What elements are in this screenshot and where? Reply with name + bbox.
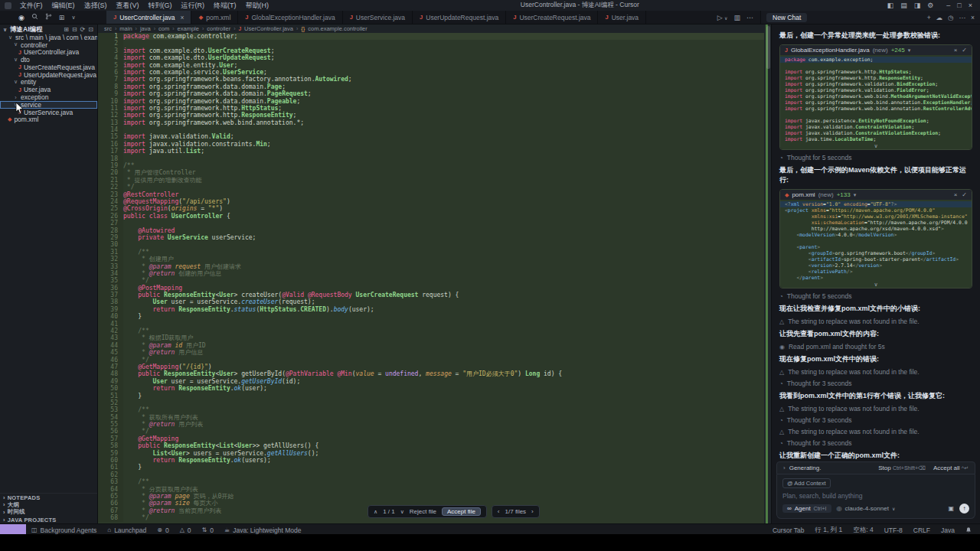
reject-file-button[interactable]: Reject file (410, 508, 436, 515)
code-line[interactable]: 44 * @param id 用户ID (98, 342, 771, 349)
menu-item[interactable]: 选择(S) (80, 1, 111, 11)
code-line[interactable]: 56 */ (98, 428, 771, 435)
editor-tab[interactable]: JUserService.java (343, 11, 413, 24)
breadcrumb-item[interactable]: main (119, 25, 132, 32)
close-tab-icon[interactable]: × (180, 14, 184, 21)
breadcrumb[interactable]: src›main›java›com›example›controller›JUs… (98, 24, 771, 33)
reject-block-icon[interactable]: × (954, 191, 958, 198)
code-line[interactable]: 48 public ResponseEntity<User> getUserBy… (98, 370, 771, 377)
code-line[interactable]: 34 * @return 创建的用户信息 (98, 270, 771, 277)
code-line[interactable]: 50 return ResponseEntity.ok(user); (98, 385, 771, 392)
status-crlf[interactable]: CRLF (908, 527, 936, 534)
status--1-1[interactable]: 行 1, 列 1 (809, 526, 848, 535)
toggle-panel-left-icon[interactable]: ◧ (887, 2, 894, 9)
breadcrumb-item[interactable]: java (140, 25, 151, 32)
code-line[interactable]: 42 /** (98, 328, 771, 334)
scrollbar[interactable] (764, 24, 771, 523)
code-line[interactable]: 60 return ResponseEntity.ok(users); (98, 457, 771, 464)
breadcrumb-item[interactable]: com (158, 25, 169, 32)
editor-tab[interactable]: JUserUpdateRequest.java (413, 11, 506, 24)
code-line[interactable]: 12import org.springframework.http.Respon… (98, 112, 771, 119)
remote-indicator[interactable] (0, 524, 26, 534)
code-line[interactable]: 15import javax.validation.Valid; (98, 133, 771, 140)
code-line[interactable]: 5import com.example.entity.User; (98, 62, 771, 69)
prev-diff-icon[interactable]: ∧ (374, 509, 377, 515)
scrollbar-thumb[interactable] (766, 26, 770, 69)
cloud-icon[interactable]: ☁ (936, 14, 943, 21)
code-line[interactable]: 8import org.springframework.data.domain.… (98, 83, 771, 90)
breadcrumb-item[interactable]: src (104, 25, 112, 32)
code-line[interactable]: 39 return ResponseEntity.status(HttpStat… (98, 306, 771, 313)
toggle-panel-right-icon[interactable]: ◨ (914, 2, 921, 9)
next-file-icon[interactable]: › (531, 508, 534, 515)
model-selector[interactable]: ◎ claude-4-sonnet ∨ (837, 505, 896, 512)
chevron-down-icon[interactable]: ∨ (71, 15, 75, 21)
breadcrumb-item[interactable]: UserController.java (244, 25, 293, 32)
menu-item[interactable]: 查看(V) (113, 1, 143, 11)
expand-code-icon[interactable]: ∨ (780, 282, 972, 288)
code-line[interactable]: 1package com.example.controller; (98, 33, 771, 40)
tree-file-pom-xml[interactable]: ◆pom.xml (0, 116, 97, 124)
sidebar-section-java-projects[interactable]: ›JAVA PROJECTS (0, 516, 97, 523)
code-line[interactable]: 19/** (98, 162, 771, 169)
tree-folder-entity[interactable]: ∨entity (0, 79, 97, 86)
layout-grid-icon[interactable]: ⊞ (59, 14, 65, 21)
breadcrumb-symbol[interactable]: com.example.controller (308, 25, 368, 32)
status-launchpad[interactable]: ⌂Launchpad (102, 527, 152, 534)
code-line[interactable]: 65 * @param page 页码，从0开始 (98, 493, 771, 500)
code-line[interactable]: 51 } (98, 393, 771, 399)
editor-tab[interactable]: JGlobalExceptionHandler.java (238, 11, 342, 24)
split-editor-icon[interactable]: ▥ (733, 14, 740, 21)
code-line[interactable]: 17import java.util.List; (98, 148, 771, 155)
toggle-panel-bottom-icon[interactable]: ▤ (900, 2, 907, 9)
tree-file-userupdaterequest-java[interactable]: JUserUpdateRequest.java (0, 71, 97, 79)
code-block-body[interactable]: package com.example.exception; import or… (780, 55, 972, 143)
status-cursor-tab[interactable]: Cursor Tab (767, 527, 809, 534)
code-block-header[interactable]: ◆pom.xml(new)+133▾×✓ (780, 190, 972, 200)
code-line[interactable]: 2 (98, 40, 771, 47)
tree-folder-exception[interactable]: ›exception (0, 93, 97, 101)
code-line[interactable]: 58 public ResponseEntity<List<User>> get… (98, 442, 771, 449)
sidebar-section--[interactable]: ›时间线 (0, 509, 97, 517)
status--4[interactable]: 空格: 4 (848, 526, 878, 535)
source-control-branch-icon[interactable] (45, 13, 52, 21)
code-line[interactable]: 27 (98, 220, 771, 227)
accept-block-icon[interactable]: ✓ (962, 47, 967, 54)
code-line[interactable]: 40 } (98, 313, 771, 320)
more-actions-icon[interactable]: ⋯ (746, 14, 753, 21)
code-line[interactable]: 23@RestController (98, 191, 771, 198)
reject-block-icon[interactable]: × (954, 47, 958, 54)
code-line[interactable]: 22 */ (98, 184, 771, 191)
code-line[interactable]: 31 /** (98, 249, 771, 256)
status-ports[interactable]: ⇅0 (197, 527, 219, 534)
run-button[interactable]: ▷ ∨ (717, 14, 728, 21)
menu-item[interactable]: 终端(T) (210, 1, 240, 11)
code-line[interactable]: 59 List<User> users = userService.getAll… (98, 450, 771, 457)
code-line[interactable]: 43 * 根据ID获取用户 (98, 334, 771, 341)
code-line[interactable]: 25@CrossOrigin(origins = "*") (98, 205, 771, 212)
menu-item[interactable]: 编辑(E) (48, 1, 79, 11)
tree-file-user-java[interactable]: JUser.java (0, 86, 97, 93)
tree-folder-src-main-java-com-example[interactable]: ∨src \ main \ java \ com \ example (0, 34, 97, 41)
editor-tab[interactable]: JUserCreateRequest.java (506, 11, 598, 24)
status-java-status[interactable]: ☕Java: Lightweight Mode (219, 527, 306, 534)
expand-code-icon[interactable]: ∨ (780, 143, 972, 149)
code-line[interactable]: 3import com.example.dto.UserCreateReques… (98, 47, 771, 54)
tree-file-usercreaterequest-java[interactable]: JUserCreateRequest.java (0, 64, 97, 71)
code-block-body[interactable]: <?xml version="1.0" encoding="UTF-8"?><p… (780, 200, 972, 282)
chat-more-icon[interactable]: ⋯ (959, 14, 966, 21)
code-line[interactable]: 53 /** (98, 406, 771, 413)
tree-file-usercontroller-java[interactable]: JUserController.java (0, 48, 97, 56)
code-editor[interactable]: 1package com.example.controller;2 3impor… (98, 33, 771, 523)
menu-item[interactable]: 帮助(H) (242, 1, 273, 11)
code-line[interactable]: 63 /** (98, 478, 771, 485)
menu-item[interactable]: 运行(R) (178, 1, 209, 11)
close-window-button[interactable]: × (969, 2, 972, 9)
refresh-explorer-icon[interactable]: ⟳ (80, 26, 86, 33)
code-line[interactable]: 47 @GetMapping("/{id}") (98, 364, 771, 370)
code-line[interactable]: 36 @PostMapping (98, 285, 771, 292)
accept-block-icon[interactable]: ✓ (962, 191, 967, 198)
tree-folder-controller[interactable]: ∨controller (0, 41, 97, 49)
code-line[interactable]: 49 User user = userService.getUserById(i… (98, 378, 771, 385)
tree-folder-service[interactable]: ∨service (0, 101, 97, 109)
